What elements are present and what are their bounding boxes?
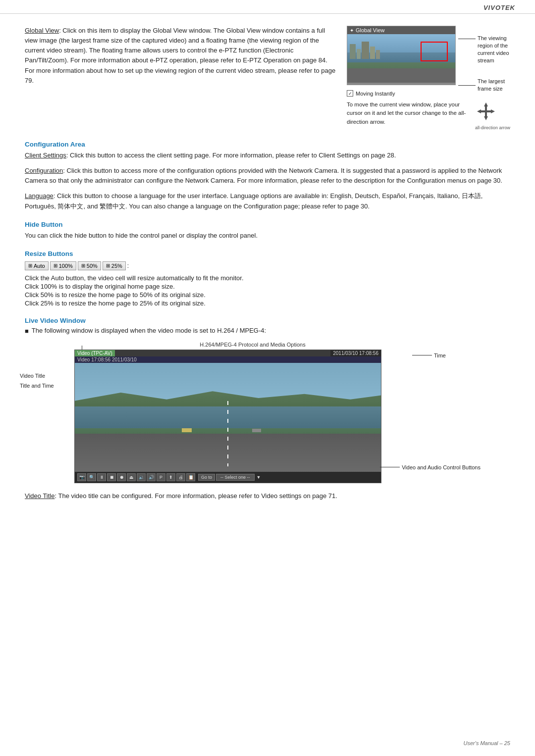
ctrl-stop-btn[interactable]: ⏹	[107, 473, 116, 481]
ctrl-ptz-btn[interactable]: P	[157, 473, 165, 481]
road-layer	[347, 68, 455, 83]
hide-button-heading: Hide Button	[25, 221, 510, 228]
global-view-area: ✦ Global View	[347, 26, 510, 85]
annotation-2: The largest frame size	[458, 78, 510, 93]
buildings-layer	[350, 42, 380, 59]
client-settings-term: Client Settings	[25, 151, 66, 159]
annotation-line-2	[458, 85, 476, 86]
video-player-area: H.264/MPEG-4 Protocol and Media Options …	[74, 342, 381, 483]
move-instruction: To move the current view window, place y…	[347, 101, 510, 132]
time-annotation: Time	[412, 353, 446, 358]
25-icon: ⊞	[106, 263, 110, 268]
video-title-label: Video Title	[20, 372, 54, 381]
global-view-description: Global ViewGlobal View: Click on this it…	[25, 26, 337, 132]
ctrl-dropdown-arrow: ▼	[257, 475, 261, 480]
configuration-area-heading: Configuration Area	[25, 141, 510, 148]
all-direction-arrow-icon	[475, 101, 497, 122]
video-title-description: Video Title: The video title can be conf…	[25, 491, 510, 502]
svg-marker-2	[477, 109, 481, 113]
resize-buttons-section: Resize Buttons ⊞ Auto ⊞ 100% ⊞ 50% ⊞ 25%	[25, 250, 510, 307]
bullet-symbol: ■	[25, 327, 29, 335]
annotation-line-1	[458, 39, 476, 39]
svg-marker-1	[484, 116, 488, 120]
ctrl-vol-down-btn[interactable]: 🔉	[137, 473, 146, 481]
live-video-window-section: Live Video Window ■ The following window…	[25, 317, 510, 502]
50-icon: ⊞	[81, 263, 85, 268]
bullet-point-1: ■ The following window is displayed when…	[25, 327, 510, 335]
bullet-text-1: The following window is displayed when t…	[32, 327, 266, 335]
ctrl-pause-btn[interactable]: ⏸	[97, 473, 106, 481]
auto-label: Auto	[34, 263, 45, 269]
ctrl-goto-label: Go to	[198, 474, 215, 481]
global-view-header: ✦ Global View	[347, 26, 455, 34]
checkbox-icon[interactable]: ✓	[347, 90, 353, 97]
viewing-region-rect	[421, 42, 448, 61]
video-subtitle-bar: Video 17:08:56 2011/03/10	[75, 356, 381, 363]
video-player: Video (TPC-AV) 2011/03/10 17:08:56 Video…	[74, 350, 381, 483]
video-title-bar: Video (TPC-AV) 2011/03/10 17:08:56	[75, 350, 381, 356]
ctrl-ann-label: Video and Audio Control Buttons	[400, 464, 481, 470]
header: VIVOTEK	[0, 0, 535, 14]
main-content: Global ViewGlobal View: Click on this it…	[0, 14, 535, 516]
ctrl-zoom-btn[interactable]: 🔍	[87, 473, 96, 481]
page-footer: User's Manual – 25	[464, 740, 510, 746]
annotation-text-1: The viewing region of the current video …	[476, 35, 510, 64]
svg-marker-3	[491, 109, 495, 113]
video-title-tag: Video (TPC-AV)	[75, 350, 115, 356]
ctrl-info-btn[interactable]: 📋	[186, 473, 195, 481]
protocol-label-text: H.264/MPEG-4 Protocol and Media Options	[200, 342, 305, 348]
ctrl-print-btn[interactable]: 🖨	[176, 473, 185, 481]
ctrl-eject-btn[interactable]: ⏏	[127, 473, 136, 481]
configuration-area-section: Configuration Area Client Settings: Clic…	[25, 141, 510, 212]
100-icon: ⊞	[54, 263, 57, 268]
top-section: Global ViewGlobal View: Click on this it…	[25, 26, 510, 132]
time-ann-label: Time	[432, 353, 446, 358]
global-view-box: ✦ Global View	[347, 26, 456, 85]
global-view-label: Global View	[356, 27, 385, 33]
road-markings	[227, 401, 228, 466]
video-player-wrapper: Video Title Title and Time Video (TPC-AV…	[74, 350, 381, 483]
50-label: 50%	[87, 263, 98, 269]
controls-annotation: Video and Audio Control Buttons	[380, 464, 481, 470]
hide-button-section: Hide Button You can click the hide butto…	[25, 221, 510, 241]
resize-desc-4: Click 25% is to resize the home page to …	[25, 300, 510, 307]
moving-instantly-label: Moving Instantly	[356, 91, 395, 97]
resize-100-button[interactable]: ⊞ 100%	[50, 261, 76, 270]
ctrl-ann-line	[380, 467, 400, 467]
resize-auto-button[interactable]: ⊞ Auto	[25, 261, 49, 270]
global-view-term: Global View	[25, 27, 59, 34]
video-title-term: Video Title	[25, 492, 54, 500]
video-image-area	[75, 363, 381, 472]
ctrl-camera-btn[interactable]: 📷	[77, 473, 86, 481]
ctrl-record-btn[interactable]: ⏺	[117, 473, 126, 481]
building-3	[362, 42, 369, 59]
svg-rect-5	[481, 110, 491, 112]
all-direction-arrow-area: all-direction arrow	[475, 101, 510, 132]
resize-25-button[interactable]: ⊞ 25%	[103, 261, 126, 270]
video-controls: 📷 🔍 ⏸ ⏹ ⏺ ⏏ 🔉 🔊 P ⬆ 🖨 📋 Go	[75, 472, 381, 483]
colon-sep: :	[127, 262, 129, 269]
hide-button-text: You can click the hide button to hide th…	[25, 231, 510, 241]
global-view-image	[347, 34, 455, 83]
star-icon: ✦	[350, 28, 354, 33]
25-label: 25%	[111, 263, 122, 269]
resize-desc-2: Click 100% is to display the original ho…	[25, 283, 510, 290]
configuration-term: Configuration	[25, 167, 63, 174]
protocol-label: H.264/MPEG-4 Protocol and Media Options	[124, 342, 381, 348]
resize-desc-1: Click the Auto button, the video cell wi…	[25, 274, 510, 282]
building-1	[350, 44, 356, 59]
ctrl-snapshot-btn[interactable]: ⬆	[166, 473, 175, 481]
time-ann-line	[412, 355, 432, 355]
all-direction-label: all-direction arrow	[475, 125, 510, 132]
global-view-text: Global ViewGlobal View: Click on this it…	[25, 26, 337, 86]
ctrl-select-label: -- Select one --	[216, 474, 255, 481]
car-2	[252, 429, 261, 432]
video-time-tag: 2011/03/10 17:08:56	[330, 350, 381, 356]
building-5	[376, 50, 380, 59]
resize-50-button[interactable]: ⊞ 50%	[78, 261, 101, 270]
100-label: 100%	[59, 263, 73, 269]
protocol-label-inner: H.264/MPEG-4 Protocol and Media Options	[200, 342, 305, 348]
global-view-annotations: The viewing region of the current video …	[458, 35, 510, 93]
ctrl-vol-up-btn[interactable]: 🔊	[147, 473, 156, 481]
live-video-window-heading: Live Video Window	[25, 317, 510, 324]
